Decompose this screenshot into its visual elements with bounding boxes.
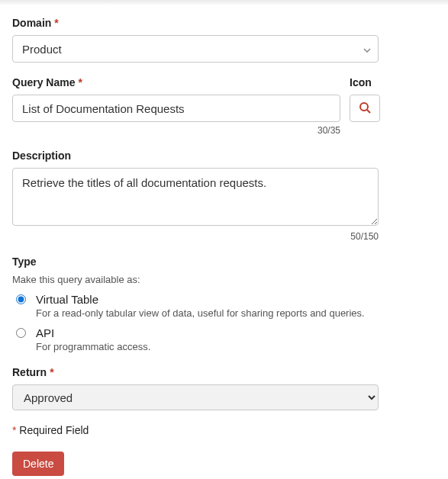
required-mark: * <box>50 366 53 378</box>
queryname-counter: 30/35 <box>12 125 340 136</box>
type-subtext: Make this query available as: <box>12 274 436 285</box>
type-field: Type Make this query available as: Virtu… <box>12 256 436 352</box>
radio-virtual-table: Virtual Table For a read-only tabular vi… <box>12 293 436 319</box>
radio-api-textcol: API For programmatic access. <box>36 326 150 352</box>
return-label: Return * <box>12 366 436 378</box>
radio-api-input[interactable] <box>16 328 26 338</box>
svg-point-0 <box>360 103 368 111</box>
return-select[interactable]: Approved <box>12 384 379 410</box>
radio-virtual-table-label: Virtual Table <box>36 293 365 306</box>
queryname-input[interactable] <box>12 95 340 122</box>
type-label-text: Type <box>12 256 37 268</box>
domain-field: Domain * Product <box>12 17 436 63</box>
queryname-row: Query Name * 30/35 Icon <box>12 76 436 136</box>
description-counter: 50/150 <box>12 231 379 242</box>
icon-col: Icon <box>350 76 380 122</box>
delete-button[interactable]: Delete <box>12 452 64 476</box>
description-label: Description <box>12 149 436 162</box>
form-container: Domain * Product Query Name * 30/35 Icon <box>0 5 448 479</box>
radio-api: API For programmatic access. <box>12 326 436 352</box>
domain-select-wrap: Product <box>12 35 379 63</box>
search-icon <box>359 101 371 116</box>
radio-api-label: API <box>36 326 150 339</box>
domain-label: Domain * <box>12 17 436 29</box>
svg-line-1 <box>367 110 370 113</box>
description-label-text: Description <box>12 149 71 162</box>
required-field-note: * Required Field <box>12 424 436 436</box>
return-field: Return * Approved <box>12 366 436 410</box>
required-mark: * <box>78 76 82 88</box>
radio-virtual-table-input[interactable] <box>16 294 26 304</box>
type-label: Type <box>12 256 436 268</box>
queryname-label: Query Name * <box>12 76 340 88</box>
queryname-label-text: Query Name <box>12 76 75 88</box>
radio-virtual-table-desc: For a read-only tabular view of data, us… <box>36 307 365 319</box>
icon-label: Icon <box>350 76 380 88</box>
required-text: Required Field <box>16 424 89 436</box>
return-label-text: Return <box>12 366 47 378</box>
icon-picker-button[interactable] <box>350 95 380 122</box>
icon-label-text: Icon <box>350 76 372 88</box>
queryname-col: Query Name * 30/35 <box>12 76 340 136</box>
description-textarea[interactable] <box>12 168 379 226</box>
domain-select[interactable]: Product <box>12 35 379 63</box>
required-mark: * <box>54 17 58 29</box>
domain-label-text: Domain <box>12 17 51 29</box>
description-field: Description 50/150 <box>12 149 436 242</box>
type-radio-group: Virtual Table For a read-only tabular vi… <box>12 293 436 352</box>
radio-api-desc: For programmatic access. <box>36 341 150 352</box>
radio-virtual-table-textcol: Virtual Table For a read-only tabular vi… <box>36 293 365 319</box>
